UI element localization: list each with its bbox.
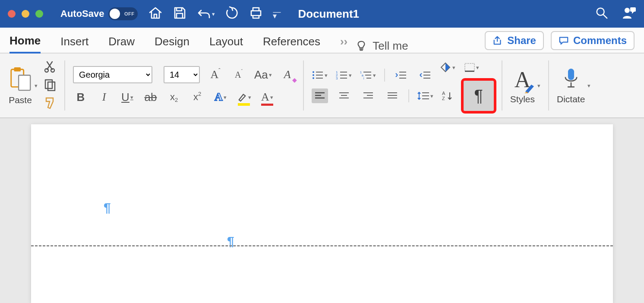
multilevel-list-button[interactable]: 1ai▾: [360, 68, 376, 82]
chevron-down-icon: ▾: [248, 94, 251, 101]
document-page[interactable]: ¶ ¶: [31, 124, 613, 303]
sort-button[interactable]: AZ: [439, 88, 456, 103]
subscript-button[interactable]: x2: [166, 89, 182, 105]
svg-point-1: [625, 8, 630, 13]
numbering-button[interactable]: 123▾: [336, 68, 352, 82]
section-break-line: [31, 245, 613, 246]
tab-references[interactable]: References: [263, 31, 320, 53]
align-left-button[interactable]: [312, 88, 328, 103]
autosave-toggle[interactable]: OFF: [108, 7, 138, 20]
svg-text:3: 3: [336, 76, 338, 80]
format-painter-button[interactable]: [44, 96, 57, 111]
search-icon[interactable]: [595, 6, 609, 22]
dictate-menu-chevron[interactable]: ▾: [587, 82, 590, 89]
share-button[interactable]: Share: [485, 31, 544, 50]
paragraph-mark: ¶: [104, 200, 111, 215]
tab-layout[interactable]: Layout: [209, 31, 243, 53]
strikethrough-button[interactable]: ab: [143, 89, 158, 105]
repeat-icon[interactable]: [224, 6, 239, 22]
align-right-button[interactable]: [360, 88, 376, 103]
cut-button[interactable]: [44, 60, 57, 75]
svg-rect-2: [630, 7, 636, 12]
toggle-knob: [110, 9, 120, 19]
svg-text:1: 1: [360, 71, 362, 74]
svg-point-14: [313, 77, 314, 79]
svg-point-10: [313, 71, 314, 73]
dictate-label: Dictate: [557, 94, 585, 104]
quick-access-toolbar: ▾ —▾: [148, 6, 281, 22]
highlight-button[interactable]: ▾: [236, 89, 252, 105]
tab-insert[interactable]: Insert: [60, 31, 88, 53]
styles-button[interactable]: A Styles: [510, 67, 535, 104]
svg-rect-4: [14, 67, 21, 71]
chevron-down-icon: ▾: [224, 94, 227, 101]
clipboard-icon: [8, 66, 33, 93]
justify-button[interactable]: [384, 88, 401, 103]
clear-formatting-button[interactable]: A ◆: [280, 67, 295, 82]
account-icon[interactable]: [622, 6, 636, 22]
home-icon[interactable]: [148, 6, 163, 22]
tab-draw[interactable]: Draw: [108, 31, 135, 53]
font-color-button[interactable]: A ▾: [259, 89, 275, 105]
dictate-button[interactable]: Dictate: [557, 67, 585, 104]
change-case-button[interactable]: Aa ▾: [254, 67, 272, 82]
borders-button[interactable]: ▾: [464, 60, 480, 75]
superscript-button[interactable]: x2: [189, 89, 205, 105]
fullscreen-window-button[interactable]: [35, 10, 43, 18]
copy-button[interactable]: [44, 78, 57, 93]
autosave-state: OFF: [124, 11, 135, 16]
chevron-down-icon: ▾: [349, 72, 352, 79]
svg-point-6: [45, 69, 48, 72]
chevron-down-icon: ▾: [269, 72, 272, 78]
chevron-down-icon[interactable]: ▾: [212, 11, 215, 17]
ribbon-home: Paste ▾ Georgia 14 Aˆ: [0, 54, 644, 118]
paste-menu-chevron[interactable]: ▾: [35, 82, 38, 89]
decrease-indent-button[interactable]: [393, 68, 409, 82]
paragraph-group: ▾ 123▾ 1ai▾ ▾ ▾ ▾ AZ: [304, 54, 502, 117]
close-window-button[interactable]: [8, 10, 16, 18]
autosave-control: AutoSave OFF: [60, 7, 138, 20]
svg-rect-9: [48, 82, 55, 91]
svg-text:a: a: [362, 74, 363, 77]
font-family-select[interactable]: Georgia: [73, 66, 152, 83]
text-effects-button[interactable]: A ▾: [213, 89, 228, 105]
svg-rect-49: [465, 63, 474, 71]
clipboard-group: Paste ▾: [0, 54, 64, 117]
window-controls: [8, 10, 43, 18]
font-size-select[interactable]: 14: [164, 66, 200, 83]
minimize-window-button[interactable]: [22, 10, 29, 18]
tab-home[interactable]: Home: [9, 30, 41, 54]
customize-qat-icon[interactable]: —▾: [273, 9, 281, 18]
share-label: Share: [507, 35, 536, 47]
increase-font-button[interactable]: Aˆ: [208, 67, 223, 82]
comments-label: Comments: [573, 35, 627, 47]
chevron-down-icon: ▾: [373, 72, 376, 79]
styles-icon: A: [515, 67, 531, 92]
svg-point-7: [51, 69, 54, 72]
tab-design[interactable]: Design: [155, 31, 189, 53]
underline-button[interactable]: U ▾: [120, 89, 135, 105]
italic-button[interactable]: I: [96, 89, 112, 105]
save-icon[interactable]: [172, 6, 187, 22]
bold-button[interactable]: B: [73, 89, 88, 105]
chevron-down-icon: ▾: [130, 94, 133, 101]
increase-indent-button[interactable]: [417, 68, 433, 82]
titlebar: AutoSave OFF ▾ —▾ Document1: [0, 0, 644, 28]
paragraph-marks-toggle[interactable]: ¶: [464, 81, 494, 111]
dictate-group: Dictate ▾: [549, 54, 598, 117]
line-spacing-button[interactable]: ▾: [417, 88, 433, 103]
tell-me-search[interactable]: Tell me: [355, 39, 408, 53]
styles-menu-chevron[interactable]: ▾: [537, 82, 540, 89]
tell-me-label: Tell me: [373, 39, 408, 53]
decrease-font-button[interactable]: Aˇ: [231, 67, 246, 82]
paste-button[interactable]: Paste: [8, 66, 33, 105]
svg-rect-8: [45, 80, 52, 88]
comments-button[interactable]: Comments: [551, 31, 635, 50]
bullets-button[interactable]: ▾: [312, 68, 328, 82]
align-center-button[interactable]: [336, 88, 352, 103]
shading-button[interactable]: ▾: [439, 60, 456, 75]
chevron-down-icon: ▾: [270, 94, 273, 101]
undo-icon[interactable]: ▾: [196, 6, 215, 21]
print-icon[interactable]: [249, 6, 263, 22]
tabs-overflow[interactable]: ››: [340, 31, 347, 53]
